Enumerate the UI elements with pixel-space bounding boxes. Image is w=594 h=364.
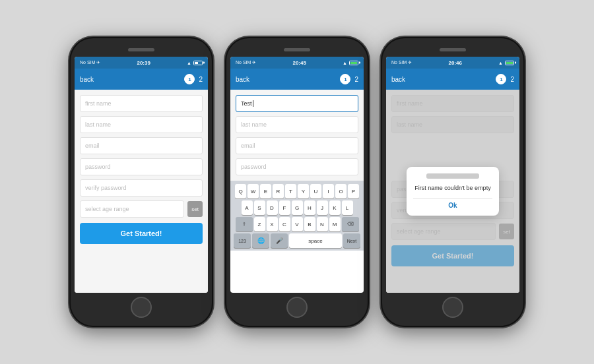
phone-3-back-button[interactable]: back [391,76,405,83]
phone-2-step1[interactable]: 1 [340,74,350,84]
key-n[interactable]: N [317,217,328,231]
key-space[interactable]: space [289,233,342,248]
key-b[interactable]: B [304,217,315,231]
phone-2-nav-bar: back 1 2 [230,69,364,90]
phone-2-password-input[interactable]: password [236,158,358,175]
phone-1-password-input[interactable]: password [80,158,203,175]
key-k[interactable]: K [329,200,341,215]
phone-1-home-button[interactable] [131,297,152,318]
key-mic[interactable]: 🎤 [271,233,288,248]
phone-1-verify-placeholder: verify password [85,185,127,191]
phone-3-alert-divider [413,198,492,198]
key-123-label: 123 [238,239,246,243]
mic-icon: 🎤 [276,237,283,244]
key-s[interactable]: S [254,200,265,215]
key-q[interactable]: Q [235,184,246,198]
key-next-label: Next [347,239,356,243]
phone-2-bottom [230,295,364,319]
key-w[interactable]: W [248,184,259,198]
phone-1-lastname-input[interactable]: last name [80,116,203,133]
phone-2-lastname-input[interactable]: last name [236,116,358,133]
phone-3-alert-box: First name couldn't be empty Ok [407,167,499,216]
key-123[interactable]: 123 [234,233,251,248]
phone-3-battery [505,61,514,65]
phone-2-email-input[interactable]: email [236,137,358,154]
key-x[interactable]: X [267,217,278,231]
phone-1-status-right: ▲ [187,61,203,65]
key-globe[interactable]: 🌐 [252,233,269,248]
key-j[interactable]: J [317,200,328,215]
phone-3-alert-ok-button[interactable]: Ok [413,202,492,209]
key-a[interactable]: A [242,200,253,215]
phone-1-verify-password-input[interactable]: verify password [80,179,203,197]
phone-1-step1[interactable]: 1 [184,74,195,84]
phone-2-firstname-value: Test [241,100,252,107]
phone-2-firstname-input[interactable]: Test [236,95,358,112]
phone-2-sim: No SIM ✈ [236,60,256,65]
key-y[interactable]: Y [298,184,309,198]
phone-3-nav-bar: back 1 2 [386,69,519,90]
phone-3: No SIM ✈ 20:46 ▲ back 1 2 [381,37,525,327]
key-space-label: space [308,238,322,244]
phone-1-firstname-input[interactable]: first name [80,95,203,112]
phone-3-speaker [440,48,466,51]
phone-2-keyboard: Q W E R T Y U I O P A S D F G H [230,181,364,251]
key-e[interactable]: E [260,184,271,198]
phone-3-alert-title-bar [426,173,479,179]
phone-1-status-bar: No SIM ✈ 20:39 ▲ [75,57,208,69]
phone-1-age-input[interactable]: select age range [80,200,184,218]
key-d[interactable]: D [267,200,278,215]
key-g[interactable]: G [292,200,303,215]
phone-1-email-input[interactable]: email [80,137,203,154]
phone-1-signal: ▲ [187,61,191,65]
phone-1-form: first name last name email password veri… [75,90,208,293]
key-u[interactable]: U [310,184,321,198]
phone-3-time: 20:46 [448,60,461,66]
phone-1-age-row: select age range set [80,200,203,218]
phone-3-sim: No SIM ✈ [391,60,412,65]
globe-icon: 🌐 [257,237,265,244]
key-z[interactable]: Z [254,217,265,231]
phone-1-set-button[interactable]: set [187,201,203,217]
phone-2-back-button[interactable]: back [236,76,249,83]
key-o[interactable]: O [335,184,346,198]
phone-2-form: Test last name email password [230,90,364,181]
phone-1-get-started-button[interactable]: Get Started! [80,223,203,244]
phone-2-time: 20:45 [292,60,306,66]
phone-3-steps: 1 2 [496,74,514,84]
phone-1-status-left: No SIM ✈ [80,60,100,65]
phone-3-status-left: No SIM ✈ [391,60,412,65]
phone-2-battery [349,61,358,65]
phone-1-email-placeholder: email [85,142,100,149]
phone-2-signal: ▲ [343,61,347,65]
phone-1-firstname-placeholder: first name [85,100,112,107]
key-i[interactable]: I [323,184,334,198]
key-next[interactable]: Next [343,233,360,248]
phone-3-step1[interactable]: 1 [496,74,506,84]
key-p[interactable]: P [348,184,359,198]
phone-2: No SIM ✈ 20:45 ▲ back 1 2 [225,37,369,327]
phone-3-status-bar: No SIM ✈ 20:46 ▲ [386,57,519,69]
key-h[interactable]: H [304,200,315,215]
phone-1-nav-bar: back 1 2 [75,69,208,90]
phone-1-password-placeholder: password [85,164,111,170]
key-r[interactable]: R [273,184,284,198]
keyboard-bottom-row: 123 🌐 🎤 space Next [232,233,362,248]
key-m[interactable]: M [329,217,341,231]
phone-2-screen: No SIM ✈ 20:45 ▲ back 1 2 [230,57,364,293]
phone-3-home-button[interactable] [442,297,463,318]
phone-2-email-placeholder: email [241,142,255,149]
key-shift[interactable]: ⇧ [236,217,253,231]
key-delete[interactable]: ⌫ [342,217,359,231]
key-v[interactable]: V [292,217,303,231]
phone-3-alert-message: First name couldn't be empty [413,184,492,193]
phone-2-home-button[interactable] [286,297,308,318]
key-l[interactable]: L [342,200,353,215]
phone-1-step2: 2 [199,76,203,83]
key-f[interactable]: F [279,200,290,215]
phone-3-bottom [386,295,519,319]
key-t[interactable]: T [285,184,296,198]
key-c[interactable]: C [279,217,290,231]
phone-2-top-bar [230,45,364,54]
phone-1-back-button[interactable]: back [80,76,94,83]
